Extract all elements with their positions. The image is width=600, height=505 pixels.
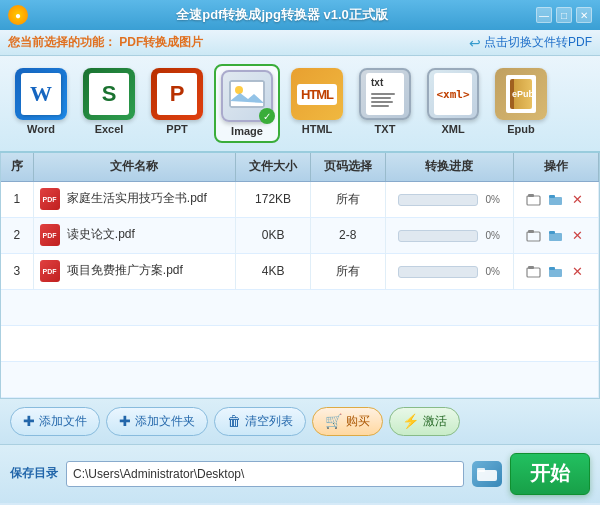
row3-delete-icon[interactable]: ✕ (569, 262, 587, 280)
xml-icon-box: <xml> (427, 68, 479, 120)
svg-rect-4 (528, 194, 534, 197)
format-xml[interactable]: <xml> XML (422, 64, 484, 143)
col-header-name: 文件名称 (33, 153, 236, 181)
pdf-icon: PDF (40, 260, 60, 282)
epub-icon: ePub (506, 75, 536, 113)
txt-label: TXT (375, 123, 396, 135)
switch-mode-link[interactable]: 点击切换文件转PDF (469, 34, 592, 51)
format-image[interactable]: ✓ Image (214, 64, 280, 143)
row1-actions: ✕ (513, 181, 598, 217)
window-maximize-button[interactable]: □ (556, 7, 572, 23)
ppt-label: PPT (166, 123, 187, 135)
image-icon-box: ✓ (221, 70, 273, 122)
buy-button[interactable]: 🛒 购买 (312, 407, 383, 436)
save-path-bar: 保存目录 开始 (0, 445, 600, 503)
svg-rect-5 (549, 197, 562, 205)
clear-icon: 🗑 (227, 413, 241, 429)
app-logo: ● (8, 5, 28, 25)
clear-list-button[interactable]: 🗑 清空列表 (214, 407, 306, 436)
row1-pages: 所有 (310, 181, 385, 217)
browse-folder-button[interactable] (472, 461, 502, 487)
row1-folder-icon[interactable] (547, 190, 565, 208)
xml-label: XML (441, 123, 464, 135)
image-check-icon: ✓ (259, 108, 275, 124)
col-header-action: 操作 (513, 153, 598, 181)
format-excel[interactable]: S Excel (78, 64, 140, 143)
window-minimize-button[interactable]: — (536, 7, 552, 23)
row3-name: PDF 项目免费推广方案.pdf (33, 253, 236, 289)
svg-rect-13 (549, 269, 562, 277)
svg-point-1 (235, 86, 243, 94)
row1-open-icon[interactable] (525, 190, 543, 208)
svg-rect-9 (549, 233, 562, 241)
start-button[interactable]: 开始 (510, 453, 590, 495)
add-folder-icon: ✚ (119, 413, 131, 429)
table-row: 3 PDF 项目免费推广方案.pdf 4KB 所有 0% (1, 253, 599, 289)
format-txt[interactable]: txt TXT (354, 64, 416, 143)
row1-progress-bar (398, 194, 478, 206)
ppt-icon-box: P (151, 68, 203, 120)
current-function-label: 您当前选择的功能： PDF转换成图片 (8, 34, 203, 51)
row3-progress-bar (398, 266, 478, 278)
row3-open-icon[interactable] (525, 262, 543, 280)
pdf-icon: PDF (40, 224, 60, 246)
row2-progress: 0% (385, 217, 513, 253)
table-row: 1 PDF 家庭生活实用技巧全书.pdf 172KB 所有 0% (1, 181, 599, 217)
txt-icon: txt (366, 73, 404, 115)
row2-open-icon[interactable] (525, 226, 543, 244)
bottom-toolbar: ✚ 添加文件 ✚ 添加文件夹 🗑 清空列表 🛒 购买 ⚡ 激活 (0, 398, 600, 445)
row2-delete-icon[interactable]: ✕ (569, 226, 587, 244)
add-folder-button[interactable]: ✚ 添加文件夹 (106, 407, 208, 436)
row3-size: 4KB (236, 253, 311, 289)
html-icon-box: HTML (291, 68, 343, 120)
file-table-wrapper: 序 文件名称 文件大小 页码选择 转换进度 操作 1 PDF 家庭生活实用技巧全… (0, 153, 600, 398)
epub-book-icon: ePub (510, 79, 532, 109)
table-header-row: 序 文件名称 文件大小 页码选择 转换进度 操作 (1, 153, 599, 181)
format-ppt[interactable]: P PPT (146, 64, 208, 143)
row2-progress-text: 0% (486, 230, 500, 241)
svg-rect-7 (527, 232, 540, 241)
row2-action-icons: ✕ (520, 226, 592, 244)
svg-rect-10 (549, 231, 555, 234)
row1-action-icons: ✕ (520, 190, 592, 208)
row3-folder-icon[interactable] (547, 262, 565, 280)
word-icon-box: W (15, 68, 67, 120)
row3-pages: 所有 (310, 253, 385, 289)
format-epub[interactable]: ePub Epub (490, 64, 552, 143)
window-close-button[interactable]: ✕ (576, 7, 592, 23)
row1-name: PDF 家庭生活实用技巧全书.pdf (33, 181, 236, 217)
folder-icon (477, 466, 497, 482)
empty-row (1, 361, 599, 397)
row3-action-icons: ✕ (520, 262, 592, 280)
row3-progress: 0% (385, 253, 513, 289)
save-path-input[interactable] (66, 461, 464, 487)
row1-size: 172KB (236, 181, 311, 217)
row2-folder-icon[interactable] (547, 226, 565, 244)
row2-seq: 2 (1, 217, 33, 253)
svg-rect-12 (528, 266, 534, 269)
row1-delete-icon[interactable]: ✕ (569, 190, 587, 208)
row3-actions: ✕ (513, 253, 598, 289)
col-header-progress: 转换进度 (385, 153, 513, 181)
epub-label: Epub (507, 123, 535, 135)
html-icon: HTML (297, 84, 337, 105)
format-bar: W Word S Excel P PPT (0, 56, 600, 153)
row1-progress: 0% (385, 181, 513, 217)
html-label: HTML (302, 123, 333, 135)
row3-seq: 3 (1, 253, 33, 289)
toolbar-top: 您当前选择的功能： PDF转换成图片 点击切换文件转PDF (0, 30, 600, 56)
svg-rect-6 (549, 195, 555, 198)
empty-row (1, 289, 599, 325)
txt-lines (371, 93, 395, 107)
excel-icon: S (89, 73, 129, 115)
add-file-icon: ✚ (23, 413, 35, 429)
image-svg-icon (228, 77, 266, 115)
excel-icon-box: S (83, 68, 135, 120)
format-html[interactable]: HTML HTML (286, 64, 348, 143)
format-word[interactable]: W Word (10, 64, 72, 143)
activate-button[interactable]: ⚡ 激活 (389, 407, 460, 436)
window-controls: — □ ✕ (536, 7, 592, 23)
title-bar: ● 全速pdf转换成jpg转换器 v1.0正式版 — □ ✕ (0, 0, 600, 30)
add-file-button[interactable]: ✚ 添加文件 (10, 407, 100, 436)
row2-pages: 2-8 (310, 217, 385, 253)
